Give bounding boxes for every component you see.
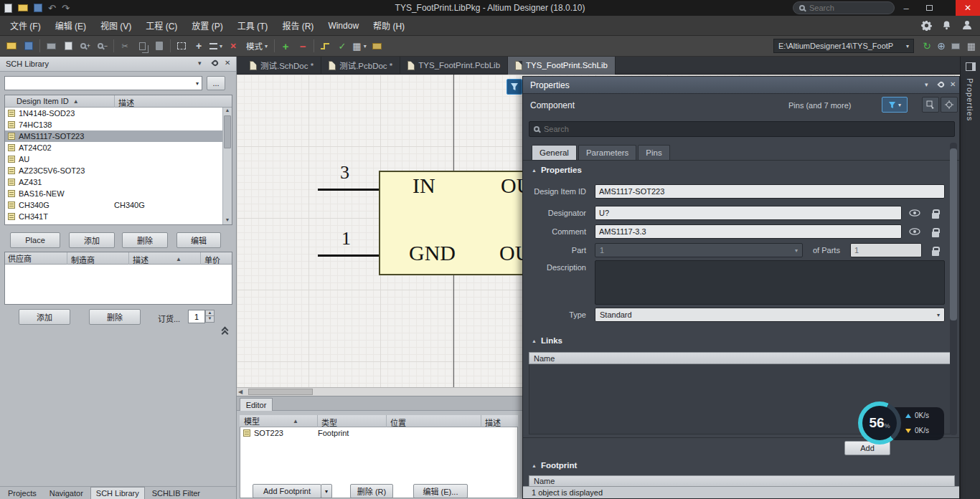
doc-tab-pcbdoc[interactable]: 测试.PcbDoc * — [321, 57, 400, 75]
column-model-desc[interactable]: 描述 — [481, 415, 501, 427]
library-item[interactable]: AT24C02 — [5, 142, 222, 153]
properties-strip-tab[interactable]: Properties — [966, 78, 974, 121]
jump-to-object-button[interactable] — [941, 97, 958, 113]
open-file-icon[interactable] — [3, 38, 20, 54]
library-item[interactable]: 74HC138 — [5, 119, 222, 130]
delete-component-button[interactable]: 删除 — [122, 232, 168, 248]
pin-panel-icon[interactable] — [211, 59, 219, 67]
list-scrollbar[interactable]: ▲ ▼ — [222, 108, 232, 224]
delete-footprint-button[interactable]: 删除 (R) — [350, 484, 393, 498]
designator-lock-icon[interactable] — [932, 213, 939, 219]
place-wire-icon[interactable] — [316, 38, 334, 54]
zoom-out-icon[interactable]: − — [94, 38, 111, 54]
library-item[interactable]: AU — [5, 153, 222, 165]
place-button[interactable]: Place — [10, 232, 60, 248]
tab-parameters[interactable]: Parameters — [578, 145, 636, 160]
scroll-left-icon[interactable]: ◀ — [238, 389, 242, 395]
column-design-item-id[interactable]: Design Item ID — [5, 97, 69, 105]
add-supplier-button[interactable]: 添加 — [19, 309, 70, 325]
global-search-box[interactable] — [793, 1, 895, 14]
comment-visibility-eye-icon[interactable] — [909, 228, 920, 237]
clear-filter-icon[interactable]: ✕ — [225, 38, 242, 54]
collapse-section-icon[interactable] — [222, 328, 227, 336]
settings-gear-icon[interactable] — [921, 20, 932, 32]
panels-icon[interactable] — [966, 62, 976, 71]
menu-place[interactable]: 放置 (P) — [184, 16, 230, 36]
pin-1-wire[interactable] — [318, 255, 379, 257]
grid-check-icon[interactable]: ✓ — [334, 38, 351, 54]
model-row[interactable]: SOT223 Footprint — [240, 427, 517, 439]
new-document-icon[interactable] — [4, 4, 12, 13]
menu-edit[interactable]: 编辑 (E) — [48, 16, 93, 36]
sch-library-panel-header[interactable]: SCH Library ▾ ✕ — [0, 57, 236, 72]
stepper-up-icon[interactable]: ▲ — [205, 310, 215, 316]
links-table-header[interactable]: Name — [529, 352, 955, 364]
comment-input[interactable] — [595, 224, 902, 239]
library-item-selected[interactable]: AMS1117-SOT223 — [5, 130, 222, 142]
tab-projects[interactable]: Projects — [2, 487, 42, 499]
properties-panel-header[interactable]: Properties ▾ ✕ — [523, 77, 959, 94]
column-location[interactable]: 位置 — [386, 415, 406, 427]
print-icon[interactable] — [42, 38, 60, 54]
user-account-icon[interactable] — [961, 19, 973, 32]
of-parts-input[interactable] — [850, 243, 922, 257]
cut-icon[interactable]: ✂ — [116, 38, 133, 54]
library-item[interactable]: CH340GCH340G — [5, 199, 222, 211]
minimize-button[interactable]: – — [895, 0, 917, 16]
print-settings-icon[interactable] — [947, 38, 964, 54]
undo-icon[interactable]: ↶ — [48, 3, 56, 14]
select-area-icon[interactable] — [173, 38, 190, 54]
library-filter-combobox[interactable] — [4, 76, 202, 90]
designator-visibility-eye-icon[interactable] — [909, 209, 920, 218]
pin-3-wire[interactable] — [318, 189, 379, 191]
library-item[interactable]: AZ431 — [5, 176, 222, 188]
column-type[interactable]: 类型 — [317, 415, 337, 427]
add-footprint-dropdown-icon[interactable]: ▾ — [321, 484, 332, 498]
close-panel-icon[interactable]: ✕ — [225, 59, 230, 67]
menu-help[interactable]: 帮助 (H) — [366, 16, 412, 36]
remove-part-icon[interactable]: − — [294, 38, 311, 54]
order-quantity-input[interactable] — [188, 310, 205, 323]
menu-reports[interactable]: 报告 (R) — [275, 16, 321, 36]
save-icon[interactable] — [34, 4, 42, 12]
library-item[interactable]: CH341T — [5, 211, 222, 222]
move-icon[interactable]: + — [190, 38, 207, 54]
menu-tools[interactable]: 工具 (T) — [230, 16, 275, 36]
part-dropdown[interactable]: 1▾ — [595, 243, 803, 257]
edit-footprint-button[interactable]: 编辑 (E)... — [413, 484, 468, 498]
editor-tab[interactable]: Editor — [240, 398, 273, 411]
type-dropdown[interactable]: Standard▾ — [595, 308, 945, 322]
panel-menu-chevron-icon[interactable]: ▾ — [198, 60, 202, 67]
edit-component-button[interactable]: 编辑 — [176, 232, 221, 248]
mode-dropdown[interactable]: 模式 — [242, 38, 272, 54]
quantity-stepper[interactable]: ▲ ▼ — [205, 310, 215, 323]
library-item[interactable]: AZ23C5V6-SOT23 — [5, 165, 222, 176]
comment-lock-icon[interactable] — [932, 232, 939, 237]
close-button[interactable]: ✕ — [956, 0, 980, 16]
tab-general[interactable]: General — [532, 145, 577, 160]
designator-input[interactable] — [595, 206, 902, 220]
global-search-input[interactable] — [809, 4, 881, 12]
align-icon[interactable] — [207, 38, 225, 54]
scroll-down-icon[interactable]: ▼ — [224, 217, 231, 224]
column-supplier[interactable]: 供应商 — [5, 252, 32, 264]
column-unit-price[interactable]: 单价 — [200, 252, 220, 265]
net-speed-widget[interactable]: 0K/s 0K/s 56 % — [858, 401, 947, 446]
properties-scrollbar[interactable] — [950, 143, 957, 435]
tab-navigator[interactable]: Navigator — [44, 487, 89, 499]
properties-search-box[interactable] — [529, 121, 955, 137]
column-model[interactable]: 模型 — [240, 415, 260, 427]
menu-file[interactable]: 文件 (F) — [3, 16, 48, 36]
stepper-down-icon[interactable]: ▼ — [205, 316, 215, 323]
scrollbar-thumb[interactable] — [248, 389, 313, 395]
select-objects-button[interactable] — [922, 97, 939, 113]
library-item[interactable]: BAS16-NEW — [5, 188, 222, 199]
floating-filter-button[interactable] — [507, 79, 522, 95]
scrollbar-thumb[interactable] — [950, 148, 957, 320]
doc-tab-schlib-active[interactable]: TYS_FootPrint.SchLib — [508, 57, 616, 75]
library-folder-icon[interactable] — [368, 38, 385, 54]
panel-menu-chevron-icon[interactable]: ▾ — [925, 81, 928, 88]
add-part-icon[interactable]: + — [277, 38, 294, 54]
redo-icon[interactable]: ↷ — [62, 3, 70, 14]
storage-path-combobox[interactable]: E:\AltiumDesigner14\TYS_FootP — [773, 39, 914, 53]
